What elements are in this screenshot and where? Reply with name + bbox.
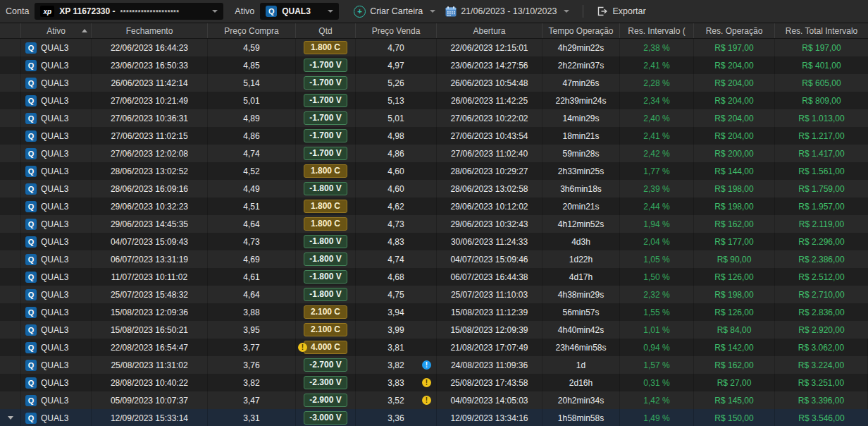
cell-tempo-operacao: 20min21s <box>542 197 620 215</box>
table-row[interactable]: Q QUAL3 25/07/2023 15:48:32 4,64 -1.800 … <box>0 286 868 303</box>
cell-res-operacao: R$ 198,00 <box>694 286 775 303</box>
cell-res-operacao: R$ 84,00 <box>694 321 775 339</box>
table-header: Ativo Fechamento Preço Compra Qtd Preço … <box>0 23 868 39</box>
cell-abertura: 26/06/2023 10:54:48 <box>437 74 542 92</box>
table-row[interactable]: Q QUAL3 23/06/2023 16:50:33 4,85 -1.700 … <box>0 56 868 74</box>
header-abertura[interactable]: Abertura <box>437 23 542 38</box>
cell-expander[interactable] <box>0 92 21 109</box>
table-row[interactable]: Q QUAL3 27/06/2023 10:36:31 4,89 -1.700 … <box>0 109 868 127</box>
cell-expander[interactable] <box>0 180 21 197</box>
quantity-badge: -2.700 V <box>304 358 347 372</box>
header-tempo-operacao[interactable]: Tempo Operação <box>542 23 620 38</box>
cell-fechamento: 22/08/2023 16:54:47 <box>92 339 208 356</box>
cell-preco-venda: 4,75 <box>356 286 437 303</box>
cell-res-intervalo: 2,40 % <box>620 109 694 127</box>
table-row[interactable]: Q QUAL3 15/08/2023 12:09:36 3,88 2.100 C… <box>0 303 868 321</box>
table-row[interactable]: Q QUAL3 28/06/2023 13:02:52 4,52 1.800 C… <box>0 162 868 180</box>
calendar-icon <box>445 6 457 17</box>
cell-res-intervalo: 2,41 % <box>620 127 694 145</box>
table-row[interactable]: Q QUAL3 22/08/2023 16:54:47 3,77 4.000 C… <box>0 339 868 356</box>
cell-expander[interactable] <box>0 109 21 127</box>
asset-logo-icon: Q <box>25 95 37 107</box>
cell-expander[interactable] <box>0 56 21 74</box>
cell-expander[interactable] <box>0 233 21 250</box>
header-res-total-intervalo[interactable]: Res. Total Intervalo <box>775 23 868 38</box>
quantity-badge: 1.800 C <box>304 41 347 54</box>
chevron-down-icon <box>564 10 569 13</box>
cell-expander[interactable] <box>0 409 21 426</box>
table-row[interactable]: Q QUAL3 04/07/2023 15:09:43 4,73 -1.800 … <box>0 233 868 250</box>
header-fechamento[interactable]: Fechamento <box>92 23 208 38</box>
cell-res-intervalo: 2,39 % <box>620 180 694 197</box>
cell-expander[interactable] <box>0 39 21 56</box>
table-row[interactable]: Q QUAL3 27/06/2023 11:02:15 4,86 -1.700 … <box>0 127 868 145</box>
table-row[interactable]: Q QUAL3 11/07/2023 10:11:02 4,61 -1.800 … <box>0 268 868 286</box>
table-row[interactable]: Q QUAL3 27/06/2023 12:02:08 4,74 -1.700 … <box>0 145 868 162</box>
cell-expander[interactable] <box>0 286 21 303</box>
quantity-badge: -1.700 V <box>304 94 347 107</box>
asset-logo-icon: Q <box>25 360 37 371</box>
cell-expander[interactable] <box>0 145 21 162</box>
cell-expander[interactable] <box>0 127 21 145</box>
criar-carteira-button[interactable]: Criar Carteira <box>354 6 435 18</box>
cell-qtd: -3.000 V <box>296 409 356 426</box>
table-row[interactable]: Q QUAL3 28/08/2023 10:40:22 3,82 -2.300 … <box>0 374 868 391</box>
cell-abertura: 04/07/2023 15:09:46 <box>437 250 542 268</box>
cell-expander[interactable] <box>0 74 21 92</box>
table-row[interactable]: Q QUAL3 29/06/2023 10:32:23 4,51 1.800 C… <box>0 197 868 215</box>
cell-qtd: -1.800 V <box>296 250 356 268</box>
table-row[interactable]: Q QUAL3 06/07/2023 13:31:19 4,69 -1.800 … <box>0 250 868 268</box>
cell-expander[interactable] <box>0 268 21 286</box>
cell-expander[interactable] <box>0 356 21 374</box>
cell-res-operacao: R$ 198,00 <box>694 180 775 197</box>
warning-icon <box>298 343 307 352</box>
header-res-operacao[interactable]: Res. Operação <box>694 23 775 38</box>
cell-res-intervalo: 0,94 % <box>620 339 694 356</box>
asset-dropdown[interactable]: Q QUAL3 <box>260 3 339 20</box>
cell-expander[interactable] <box>0 374 21 391</box>
table-row[interactable]: Q QUAL3 29/06/2023 14:45:35 4,64 1.800 C… <box>0 215 868 233</box>
cell-expander[interactable] <box>0 303 21 321</box>
header-preco-venda[interactable]: Preço Venda <box>356 23 437 38</box>
cell-res-operacao: R$ 27,00 <box>694 374 775 391</box>
table-row[interactable]: Q QUAL3 12/09/2023 15:33:14 3,31 -3.000 … <box>0 409 868 426</box>
asset-logo-icon: Q <box>25 272 37 283</box>
cell-expander[interactable] <box>0 197 21 215</box>
cell-qtd: -1.700 V <box>296 145 356 162</box>
cell-res-intervalo: 1,42 % <box>620 391 694 409</box>
cell-expander[interactable] <box>0 162 21 180</box>
cell-res-intervalo: 1,57 % <box>620 356 694 374</box>
cell-expander[interactable] <box>0 215 21 233</box>
cell-qtd: -1.800 V <box>296 233 356 250</box>
cell-expander[interactable] <box>0 321 21 339</box>
cell-qtd: 1.800 C <box>296 162 356 180</box>
asset-logo-icon: Q <box>25 42 37 54</box>
table-row[interactable]: Q QUAL3 27/06/2023 10:21:49 5,01 -1.700 … <box>0 92 868 109</box>
cell-tempo-operacao: 18min21s <box>542 127 620 145</box>
table-row[interactable]: Q QUAL3 05/09/2023 10:07:37 3,47 -2.900 … <box>0 391 868 409</box>
cell-res-intervalo: 2,41 % <box>620 56 694 74</box>
date-range-picker[interactable]: 21/06/2023 - 13/10/2023 <box>445 6 569 17</box>
table-row[interactable]: Q QUAL3 26/06/2023 11:42:14 5,14 -1.700 … <box>0 74 868 92</box>
cell-expander[interactable] <box>0 339 21 356</box>
cell-abertura: 27/06/2023 11:02:40 <box>437 145 542 162</box>
cell-abertura: 21/08/2023 17:07:49 <box>437 339 542 356</box>
table-row[interactable]: Q QUAL3 22/06/2023 16:44:23 4,59 1.800 C… <box>0 39 868 56</box>
asset-symbol: QUAL3 <box>41 184 68 194</box>
header-preco-compra[interactable]: Preço Compra <box>208 23 296 38</box>
cell-abertura: 27/06/2023 10:22:02 <box>437 109 542 127</box>
header-res-intervalo[interactable]: Res. Intervalo ( <box>620 23 694 38</box>
table-row[interactable]: Q QUAL3 15/08/2023 16:50:21 3,95 2.100 C… <box>0 321 868 339</box>
cell-abertura: 25/08/2023 17:43:58 <box>437 374 542 391</box>
cell-expander[interactable] <box>0 391 21 409</box>
asset-logo-icon: Q <box>25 219 37 230</box>
table-row[interactable]: Q QUAL3 25/08/2023 11:31:02 3,76 -2.700 … <box>0 356 868 374</box>
cell-expander[interactable] <box>0 250 21 268</box>
exportar-button[interactable]: Exportar <box>597 6 645 16</box>
cell-tempo-operacao: 2d16h <box>542 374 620 391</box>
account-dropdown[interactable]: xp XP 11672330 - ******************** <box>35 3 223 20</box>
table-row[interactable]: Q QUAL3 28/06/2023 16:09:16 4,49 -1.800 … <box>0 180 868 197</box>
header-qtd[interactable]: Qtd <box>296 23 356 38</box>
header-ativo[interactable]: Ativo <box>21 23 92 38</box>
cell-preco-compra: 3,47 <box>208 391 296 409</box>
